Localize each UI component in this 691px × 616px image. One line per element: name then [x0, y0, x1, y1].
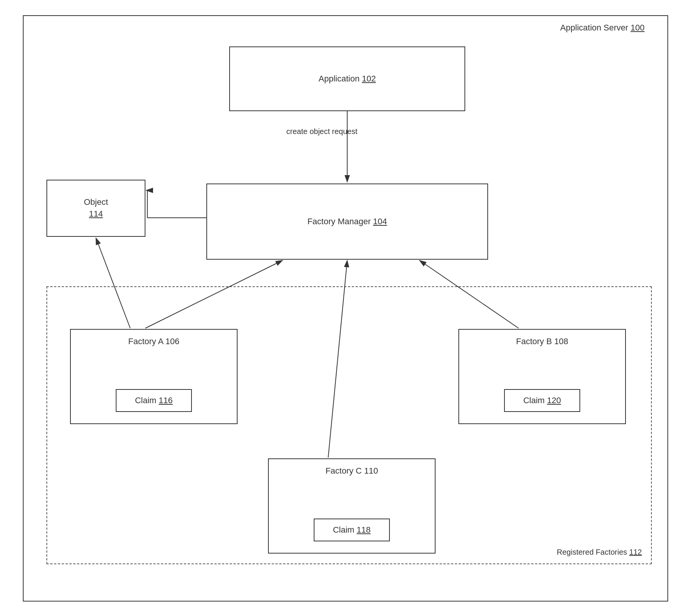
app-server-label: Application Server 100 [560, 23, 645, 33]
factory-b-label: Factory B 108 [459, 337, 625, 346]
claim-c-box: Claim 118 [314, 519, 390, 541]
claim-a-box: Claim 116 [116, 389, 192, 412]
application-label: Application 102 [319, 73, 376, 85]
factory-manager-box: Factory Manager 104 [206, 184, 488, 260]
app-server-num: 100 [630, 23, 645, 32]
claim-a-label: Claim 116 [135, 395, 172, 407]
claim-b-box: Claim 120 [504, 389, 580, 412]
object-box: Object114 [46, 180, 145, 237]
diagram-container: Application Server 100 Application 102 c… [23, 15, 668, 602]
application-box: Application 102 [229, 46, 465, 111]
factory-manager-label: Factory Manager 104 [307, 216, 387, 228]
factory-b-box: Factory B 108 Claim 120 [458, 329, 626, 424]
factory-a-box: Factory A 106 Claim 116 [70, 329, 238, 424]
registered-factories-region: Registered Factories 112 Factory A 106 C… [46, 286, 652, 564]
registered-factories-label: Registered Factories 112 [557, 548, 642, 557]
claim-c-label: Claim 118 [333, 524, 370, 536]
claim-b-label: Claim 120 [523, 395, 561, 407]
create-request-label: create object request [286, 127, 357, 136]
factory-c-box: Factory C 110 Claim 118 [268, 458, 436, 554]
object-label: Object114 [84, 196, 108, 220]
app-server-text: Application Server [560, 23, 629, 32]
factory-c-label: Factory C 110 [269, 466, 435, 476]
factory-a-label: Factory A 106 [71, 337, 237, 346]
